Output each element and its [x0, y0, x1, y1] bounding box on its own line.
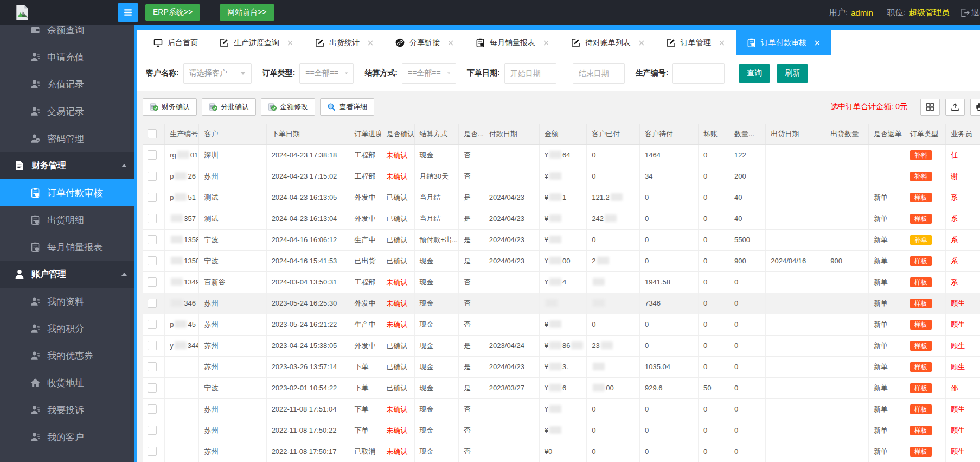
sidebar-item-8[interactable]: 每月销量报表 — [0, 233, 134, 261]
row-select-cell[interactable] — [143, 377, 165, 398]
row-select-cell[interactable] — [143, 420, 165, 441]
cell-is_paid: 否 — [459, 420, 484, 441]
tab-0[interactable]: 后台首页 — [143, 30, 209, 55]
row-checkbox[interactable] — [148, 362, 157, 371]
sidebar-item-2[interactable]: 充值记录 — [0, 71, 134, 98]
export-button[interactable] — [945, 99, 965, 116]
tab-4[interactable]: 每月销量报表 — [465, 30, 560, 55]
sidebar-item-14[interactable]: 我要投诉 — [0, 396, 134, 423]
cell-order_type: 补料 — [905, 166, 945, 187]
sidebar-toggle-button[interactable] — [118, 3, 138, 22]
toolbar-button-2[interactable]: 金额修改 — [261, 98, 315, 116]
cell-customer_unpaid: 0 — [640, 420, 699, 441]
close-icon[interactable] — [814, 40, 821, 46]
cell-is_return: 新单 — [868, 356, 905, 377]
column-header: 是否返单 — [868, 124, 905, 144]
sidebar-item-15[interactable]: 我的客户 — [0, 423, 134, 451]
end-date-input[interactable] — [573, 63, 625, 84]
row-select-cell[interactable] — [143, 166, 165, 187]
row-select-cell[interactable] — [143, 229, 165, 250]
cell-customer_paid: 121.2 — [587, 187, 640, 208]
refresh-button[interactable]: 刷新 — [777, 64, 808, 83]
toolbar-button-1[interactable]: 分批确认 — [202, 98, 256, 116]
sidebar-item-4[interactable]: 密码管理 — [0, 125, 134, 152]
sidebar-item-11[interactable]: 我的积分 — [0, 315, 134, 342]
tab-1[interactable]: 生产进度查询 — [209, 30, 304, 55]
row-select-cell[interactable] — [143, 356, 165, 377]
close-icon[interactable] — [543, 40, 549, 46]
row-checkbox[interactable] — [148, 235, 157, 244]
sidebar-item-1[interactable]: 申请充值 — [0, 43, 134, 71]
print-button[interactable] — [970, 99, 980, 116]
settle-select[interactable]: ==全部== — [402, 63, 456, 84]
toolbar-button-0[interactable]: 财务确认 — [143, 98, 197, 116]
start-date-input[interactable] — [504, 63, 556, 84]
cell-pay_date — [484, 441, 539, 462]
columns-filter-button[interactable] — [920, 99, 940, 116]
row-checkbox[interactable] — [148, 426, 157, 435]
row-select-cell[interactable] — [143, 187, 165, 208]
row-select-cell[interactable] — [143, 441, 165, 462]
row-checkbox[interactable] — [148, 404, 157, 414]
row-checkbox[interactable] — [148, 383, 157, 393]
row-checkbox[interactable] — [148, 299, 157, 308]
customer-select[interactable]: 请选择客户 — [183, 63, 252, 84]
logout-button[interactable]: 退出 — [960, 8, 980, 18]
row-select-cell[interactable] — [143, 250, 165, 271]
row-select-cell[interactable] — [143, 208, 165, 229]
cell-pay_date: 2024/04/23 — [484, 356, 539, 377]
row-checkbox[interactable] — [148, 172, 157, 181]
erp-system-button[interactable]: ERP系统>> — [145, 4, 200, 21]
order-type-select[interactable]: ==全部== — [299, 63, 354, 84]
search-button[interactable]: 查询 — [739, 64, 770, 83]
row-checkbox[interactable] — [148, 320, 157, 329]
tab-7[interactable]: 订单付款审核 — [736, 30, 831, 55]
cell-ship_qty — [825, 314, 868, 335]
row-select-cell[interactable] — [143, 335, 165, 356]
sidebar-item-0[interactable]: 余额查询 — [0, 25, 134, 43]
tab-2[interactable]: 出货统计 — [304, 30, 385, 55]
row-select-cell[interactable] — [143, 398, 165, 420]
row-checkbox[interactable] — [148, 150, 157, 160]
sidebar-item-5[interactable]: 财务管理 — [0, 152, 134, 179]
column-header: 客户已付 — [587, 124, 640, 144]
tab-6[interactable]: 订单管理 — [656, 30, 736, 55]
sidebar-item-10[interactable]: 我的资料 — [0, 288, 134, 315]
row-checkbox[interactable] — [148, 341, 157, 350]
close-icon[interactable] — [719, 40, 725, 46]
cell-is_paid: 是 — [459, 356, 484, 377]
select-all-cell[interactable] — [143, 124, 165, 144]
select-all-checkbox[interactable] — [148, 129, 157, 138]
sidebar-item-label: 出货明细 — [47, 214, 84, 226]
row-select-cell[interactable] — [143, 314, 165, 335]
sidebar-item-13[interactable]: 收货地址 — [0, 369, 134, 396]
row-checkbox[interactable] — [148, 214, 157, 223]
row-select-cell[interactable] — [143, 271, 165, 293]
close-icon[interactable] — [287, 40, 293, 46]
row-checkbox[interactable] — [148, 193, 157, 202]
tab-3[interactable]: 分享链接 — [385, 30, 465, 55]
cell-qty: 0 — [729, 398, 766, 420]
censored-text — [593, 278, 605, 286]
sidebar-item-7[interactable]: 出货明细 — [0, 206, 134, 233]
cell-progress: 下单 — [349, 398, 381, 420]
sidebar-accent-divider — [134, 25, 137, 462]
row-select-cell[interactable] — [143, 293, 165, 314]
order-type-badge: 补单 — [910, 235, 932, 245]
sidebar-item-3[interactable]: 交易记录 — [0, 98, 134, 125]
row-checkbox[interactable] — [148, 256, 157, 265]
row-checkbox[interactable] — [148, 277, 157, 287]
sidebar-item-6[interactable]: 订单付款审核 — [0, 179, 134, 206]
site-front-button[interactable]: 网站前台>> — [220, 4, 274, 21]
close-icon[interactable] — [447, 40, 454, 46]
sidebar-item-9[interactable]: 账户管理 — [0, 261, 134, 288]
share-link-icon — [395, 38, 405, 47]
row-checkbox[interactable] — [148, 447, 157, 456]
sidebar-item-12[interactable]: 我的优惠券 — [0, 342, 134, 369]
row-select-cell[interactable] — [143, 144, 165, 166]
prod-no-input[interactable] — [672, 63, 725, 84]
close-icon[interactable] — [367, 40, 374, 46]
close-icon[interactable] — [638, 40, 645, 46]
toolbar-button-3[interactable]: 查看详细 — [320, 98, 374, 116]
tab-5[interactable]: 待对账单列表 — [560, 30, 656, 55]
